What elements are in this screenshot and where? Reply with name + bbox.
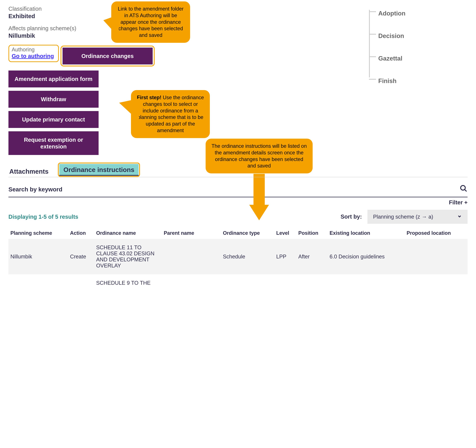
cell-ordinance-type: Schedule xyxy=(221,239,274,274)
table-row[interactable]: SCHEDULE 9 TO THE xyxy=(8,274,468,292)
callout-arrow-stem xyxy=(254,174,265,206)
callout-authoring-text: Link to the amendment folder in ATS Auth… xyxy=(118,6,183,38)
sort-select[interactable]: Planning scheme (z → a) xyxy=(368,210,468,224)
search-row xyxy=(8,183,468,197)
filter-link[interactable]: Filter + xyxy=(449,199,468,206)
sort-selected: Planning scheme (z → a) xyxy=(373,214,433,220)
table-row[interactable]: Nillumbik Create SCHEDULE 11 TO CLAUSE 4… xyxy=(8,239,468,274)
tab-ordinance-instructions[interactable]: Ordinance instructions xyxy=(59,164,139,175)
cell-ordinance-name: SCHEDULE 11 TO CLAUSE 43.02 DESIGN AND D… xyxy=(94,239,162,274)
update-primary-contact-button[interactable]: Update primary contact xyxy=(8,111,99,128)
withdraw-button[interactable]: Withdraw xyxy=(8,91,99,108)
go-to-authoring-link[interactable]: Go to authoring xyxy=(12,53,54,59)
th-action[interactable]: Action xyxy=(68,227,94,239)
sort-by-label: Sort by: xyxy=(341,213,362,220)
th-existing-location[interactable]: Existing location xyxy=(328,227,405,239)
authoring-box: Authoring Go to authoring xyxy=(8,45,59,62)
cell-proposed-location xyxy=(405,239,468,274)
ordinance-changes-button[interactable]: Ordinance changes xyxy=(62,48,153,64)
cell-level: LPP xyxy=(274,239,296,274)
cell-level xyxy=(274,274,296,292)
amendment-application-form-button[interactable]: Amendment application form xyxy=(8,71,99,87)
th-scheme[interactable]: Planning scheme xyxy=(8,227,68,239)
th-position[interactable]: Position xyxy=(296,227,328,239)
callout-first-step-bold: First step! xyxy=(137,95,161,100)
table-header-row: Planning scheme Action Ordinance name Pa… xyxy=(8,227,468,239)
callout-first-step: First step! Use the ordinance changes to… xyxy=(131,90,210,138)
timeline-decision: Decision xyxy=(378,32,404,39)
svg-point-0 xyxy=(461,185,465,190)
results-count: Displaying 1-5 of 5 results xyxy=(8,214,78,220)
authoring-label: Authoring xyxy=(12,47,54,53)
cell-proposed-location xyxy=(405,274,468,292)
search-icon[interactable] xyxy=(460,185,468,194)
timeline-gazettal: Gazettal xyxy=(378,55,402,62)
cell-existing-location: 6.0 Decision guidelines xyxy=(328,239,405,274)
th-ordinance-type[interactable]: Ordinance type xyxy=(221,227,274,239)
cell-existing-location xyxy=(328,274,405,292)
chevron-down-icon xyxy=(457,213,462,220)
th-ordinance-name[interactable]: Ordinance name xyxy=(94,227,162,239)
cell-parent-name xyxy=(162,274,221,292)
callout-first-step-text: Use the ordinance changes tool to select… xyxy=(137,95,204,133)
timeline-finish: Finish xyxy=(378,77,397,84)
th-level[interactable]: Level xyxy=(274,227,296,239)
cell-parent-name xyxy=(162,239,221,274)
th-proposed-location[interactable]: Proposed location xyxy=(405,227,468,239)
callout-arrow-head xyxy=(249,205,269,220)
ordinance-table: Planning scheme Action Ordinance name Pa… xyxy=(8,227,468,292)
ordinance-changes-highlight: Ordinance changes xyxy=(61,46,155,67)
tab-attachments[interactable]: Attachments xyxy=(8,166,49,177)
cell-scheme xyxy=(8,274,68,292)
timeline: Adoption Decision Gazettal Finish xyxy=(369,6,468,84)
callout-authoring: Link to the amendment folder in ATS Auth… xyxy=(111,1,190,43)
cell-ordinance-type xyxy=(221,274,274,292)
cell-position xyxy=(296,274,328,292)
ordinance-instructions-highlight: Ordinance instructions xyxy=(58,162,140,177)
timeline-adoption: Adoption xyxy=(378,10,405,17)
cell-ordinance-name: SCHEDULE 9 TO THE xyxy=(94,274,162,292)
request-exemption-button[interactable]: Request exemption or extension xyxy=(8,131,99,155)
svg-line-1 xyxy=(465,190,467,191)
cell-position: After xyxy=(296,239,328,274)
tabs: Attachments Ordinance instructions xyxy=(8,162,468,177)
cell-scheme: Nillumbik xyxy=(8,239,68,274)
cell-action xyxy=(68,274,94,292)
cell-action: Create xyxy=(68,239,94,274)
th-parent-name[interactable]: Parent name xyxy=(162,227,221,239)
search-input[interactable] xyxy=(8,186,460,193)
